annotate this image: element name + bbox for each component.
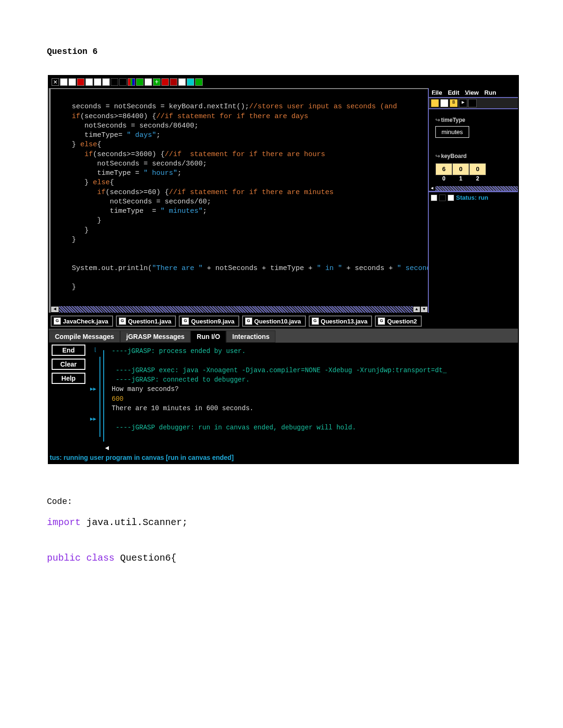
menu-edit[interactable]: Edit <box>448 89 459 96</box>
tool-dark2-icon[interactable] <box>119 78 127 86</box>
menu-file[interactable]: File <box>432 89 442 96</box>
debug-status-icon-2 <box>439 195 446 201</box>
tool-canvas-icon[interactable] <box>187 78 194 86</box>
code-editor[interactable]: seconds = notSeconds = keyBoard.nextInt(… <box>49 88 428 313</box>
java-file-icon: G <box>378 317 385 325</box>
java-file-icon: G <box>312 317 319 325</box>
file-tab-0[interactable]: GJavaCheck.java <box>51 315 113 327</box>
file-tab-3[interactable]: GQuestion10.java <box>242 315 306 327</box>
io-scroll-left-icon[interactable]: ◄ <box>105 444 109 451</box>
debug-menubar[interactable]: File Edit View Run <box>429 88 518 97</box>
debug-save-icon[interactable] <box>440 99 449 107</box>
kb-cell-0: 6 <box>435 163 452 175</box>
io-clear-button[interactable]: Clear <box>52 359 85 370</box>
debug-open-icon[interactable] <box>431 99 439 107</box>
tool-copy-icon[interactable] <box>60 78 68 86</box>
debug-scroll-left-icon[interactable]: ◄ <box>429 186 435 191</box>
debug-toolbar: B ▶ <box>429 97 518 109</box>
menu-view[interactable]: View <box>465 89 479 96</box>
io-hscrollbar[interactable]: ◄ <box>105 444 518 451</box>
io-end-button[interactable]: End <box>52 345 85 356</box>
tool-bars-icon[interactable] <box>128 78 135 86</box>
tool-close-icon[interactable]: ✕ <box>52 78 59 86</box>
tool-book-icon[interactable] <box>145 78 152 86</box>
debug-status-icon-3 <box>448 195 454 201</box>
code-listing: import java.util.Scanner; public class Q… <box>47 514 516 567</box>
keyboard-cells: 6 0 0 <box>435 163 514 175</box>
io-marker-icon: ⌊ <box>94 346 97 353</box>
var-timeType-block: timeType minutes <box>429 109 518 142</box>
tool-doc1-icon[interactable] <box>85 78 93 86</box>
tool-last-icon[interactable] <box>195 78 203 86</box>
file-tab-2[interactable]: GQuestion9.java <box>179 315 239 327</box>
debug-status-icon <box>431 195 437 201</box>
kb-idx-1: 1 <box>452 175 469 182</box>
io-play-icon: ▶▶ <box>90 386 96 392</box>
txt-import-rest: java.util.Scanner; <box>81 517 188 528</box>
page-title: Question 6 <box>47 47 516 56</box>
tool-plus-icon[interactable]: + <box>153 78 160 86</box>
tool-undo-icon[interactable] <box>77 78 84 86</box>
tool-doc3-icon[interactable] <box>102 78 110 86</box>
ide-window: ✕ + seconds = notSeconds = keyBoard.next… <box>48 75 519 464</box>
debug-step-icon[interactable] <box>468 99 477 107</box>
kb-idx-2: 2 <box>469 175 486 182</box>
scroll-up-icon[interactable]: ▲ <box>413 306 420 313</box>
msg-tab-compile-messages[interactable]: Compile Messages <box>49 330 120 343</box>
var-timeType-label: timeType <box>435 117 514 123</box>
ide-status-bar: tus: running user program in canvas [run… <box>49 451 518 463</box>
msg-tab-jgrasp-messages[interactable]: jGRASP Messages <box>120 330 190 343</box>
io-gutter: ⌊ ▶▶ ▶▶ <box>90 345 107 442</box>
tool-doc2-icon[interactable] <box>94 78 101 86</box>
var-timeType-value: minutes <box>435 126 469 138</box>
txt-classname: Question6{ <box>114 553 176 563</box>
kb-cell-2: 0 <box>469 163 486 175</box>
kw-import: import <box>47 517 81 528</box>
kb-cell-1: 0 <box>452 163 469 175</box>
tool-paste-icon[interactable] <box>68 78 76 86</box>
kb-idx-0: 0 <box>435 175 452 182</box>
tool-bug-icon[interactable] <box>170 78 177 86</box>
io-output: ----jGRASP: process ended by user. ----j… <box>112 345 515 442</box>
file-tab-5[interactable]: GQuestion2 <box>375 315 422 327</box>
tool-dark1-icon[interactable] <box>111 78 118 86</box>
java-file-icon: G <box>53 317 61 325</box>
io-side-buttons: EndClearHelp <box>52 345 85 442</box>
var-keyBoard-block: keyBoard 6 0 0 0 1 2 <box>429 142 518 186</box>
messages-tabs: Compile MessagesjGRASP MessagesRun I/OIn… <box>49 330 518 343</box>
debug-hscroll[interactable]: ◄ <box>429 186 518 191</box>
editor-hscrollbar[interactable]: ◄ ▲ ▼ <box>51 305 428 313</box>
tool-flow-icon[interactable] <box>136 78 144 86</box>
debug-status-bar: Status: run <box>429 191 518 203</box>
messages-section: Compile MessagesjGRASP MessagesRun I/OIn… <box>49 329 518 451</box>
tool-play-icon[interactable] <box>178 78 186 86</box>
kw-public-class: public class <box>47 553 114 563</box>
msg-tab-run-i-o[interactable]: Run I/O <box>190 330 226 343</box>
java-file-icon: G <box>182 317 189 325</box>
editor-content: seconds = notSeconds = keyBoard.nextInt(… <box>51 89 428 305</box>
debug-play-icon[interactable]: ▶ <box>459 99 467 107</box>
debug-status-text: Status: run <box>456 194 488 201</box>
io-help-button[interactable]: Help <box>52 373 85 384</box>
code-label: Code: <box>47 497 516 506</box>
scroll-track[interactable] <box>59 306 413 313</box>
file-tabs: GJavaCheck.javaGQuestion1.javaGQuestion9… <box>49 313 518 329</box>
debug-b-icon[interactable]: B <box>449 99 458 107</box>
debug-panel: File Edit View Run B ▶ timeType minutes <box>428 88 518 313</box>
java-file-icon: G <box>119 317 126 325</box>
menu-run[interactable]: Run <box>484 89 496 96</box>
main-toolbar: ✕ + <box>49 76 518 88</box>
msg-tab-interactions[interactable]: Interactions <box>226 330 275 343</box>
file-tab-1[interactable]: GQuestion1.java <box>116 315 176 327</box>
var-keyBoard-label: keyBoard <box>435 153 514 159</box>
scroll-down-icon[interactable]: ▼ <box>420 306 428 313</box>
scroll-left-icon[interactable]: ◄ <box>51 306 59 313</box>
tool-run-icon[interactable] <box>161 78 169 86</box>
io-play2-icon: ▶▶ <box>90 416 96 422</box>
java-file-icon: G <box>245 317 252 325</box>
file-tab-4[interactable]: GQuestion13.java <box>309 315 373 327</box>
